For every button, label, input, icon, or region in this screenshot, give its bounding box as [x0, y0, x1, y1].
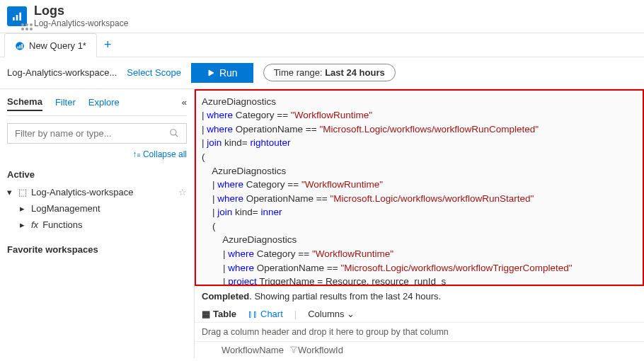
columns-dropdown[interactable]: Columns ⌄ — [308, 309, 355, 319]
tree-functions-node[interactable]: ▸ fx Functions — [7, 217, 187, 233]
caret-down-icon: ▾ — [7, 187, 14, 197]
add-tab-button[interactable]: + — [97, 38, 119, 52]
sidebar-tab-filter[interactable]: Filter — [55, 94, 76, 110]
query-editor[interactable]: AzureDiagnostics | where Category == "Wo… — [195, 89, 644, 286]
results-tab-chart[interactable]: ⫿⫿ Chart — [248, 309, 283, 319]
logs-app-icon — [7, 6, 27, 26]
table-icon: ▦ — [202, 309, 210, 319]
select-scope-link[interactable]: Select Scope — [127, 67, 181, 78]
caret-right-icon: ▸ — [20, 219, 27, 230]
status-text: . Showing partial results from the last … — [249, 291, 441, 302]
sidebar-tab-explore[interactable]: Explore — [88, 94, 120, 110]
results-header-row: WorkflowName WorkflowId — [195, 342, 644, 358]
status-keyword: Completed — [202, 291, 249, 302]
schema-filter-input[interactable] — [15, 128, 169, 139]
time-range-prefix: Time range: — [274, 67, 326, 78]
page-subtitle: Log-Analytics-workspace — [34, 18, 128, 28]
time-range-picker[interactable]: Time range: Last 24 hours — [263, 64, 396, 81]
run-button[interactable]: Run — [191, 63, 253, 83]
log-management-label: LogManagement — [31, 203, 100, 214]
search-icon — [169, 128, 179, 138]
play-icon — [207, 69, 215, 77]
fx-icon: fx — [31, 219, 38, 230]
sidebar-tabs: Schema Filter Explore « — [7, 93, 187, 116]
tab-label: New Query 1* — [29, 40, 86, 51]
sidebar: Schema Filter Explore « ↑≡ Collapse all … — [0, 89, 195, 358]
functions-label: Functions — [42, 219, 82, 230]
tree-workspace-node[interactable]: ▾ ⬚ Log-Analytics-workspace ☆ — [7, 184, 187, 200]
svg-rect-2 — [19, 13, 21, 21]
svg-rect-5 — [19, 45, 21, 49]
time-range-value: Last 24 hours — [325, 67, 385, 78]
status-bar: Completed. Showing partial results from … — [195, 286, 644, 306]
svg-rect-0 — [13, 17, 15, 21]
query-tabbar: New Query 1* + — [0, 33, 644, 57]
column-header-workflowid[interactable]: WorkflowId — [298, 345, 343, 355]
column-header-workflowname[interactable]: WorkflowName — [222, 345, 298, 355]
svg-rect-1 — [16, 15, 18, 21]
workspace-label: Log-Analytics-workspace — [31, 187, 134, 197]
filter-icon[interactable] — [289, 345, 298, 354]
svg-rect-4 — [18, 46, 19, 48]
chart-icon: ⫿⫿ — [248, 309, 258, 319]
collapse-all-link[interactable]: ↑≡ Collapse all — [7, 149, 187, 159]
schema-filter-box[interactable] — [7, 123, 187, 144]
collapse-sidebar-icon[interactable]: « — [182, 97, 187, 108]
svg-line-9 — [176, 134, 178, 137]
svg-rect-6 — [21, 44, 23, 48]
results-tab-table[interactable]: ▦ Table — [202, 309, 236, 319]
chevron-down-icon: ⌄ — [347, 309, 355, 319]
active-section-label: Active — [7, 169, 187, 180]
query-tab-icon — [15, 41, 25, 51]
favorite-workspaces-label: Favorite workspaces — [7, 244, 187, 255]
sidebar-tab-schema[interactable]: Schema — [7, 93, 42, 111]
svg-marker-7 — [209, 70, 214, 76]
breadcrumb: Log-Analytics-workspace... — [7, 67, 117, 78]
run-button-label: Run — [219, 67, 238, 79]
svg-point-8 — [171, 130, 176, 135]
caret-right-icon: ▸ — [20, 203, 27, 214]
favorite-star-icon[interactable]: ☆ — [178, 187, 187, 197]
workspace-icon: ⬚ — [18, 187, 27, 197]
svg-marker-10 — [290, 347, 297, 353]
app-header: Logs Log-Analytics-workspace — [0, 0, 644, 33]
page-title: Logs — [34, 4, 128, 18]
tree-logmanagement-node[interactable]: ▸ LogManagement — [7, 200, 187, 217]
tab-new-query-1[interactable]: New Query 1* — [4, 33, 97, 57]
toolbar: Log-Analytics-workspace... Select Scope … — [0, 57, 644, 89]
group-by-hint[interactable]: Drag a column header and drop it here to… — [195, 322, 644, 342]
result-view-tabs: ▦ Table ⫿⫿ Chart | Columns ⌄ — [195, 306, 644, 322]
